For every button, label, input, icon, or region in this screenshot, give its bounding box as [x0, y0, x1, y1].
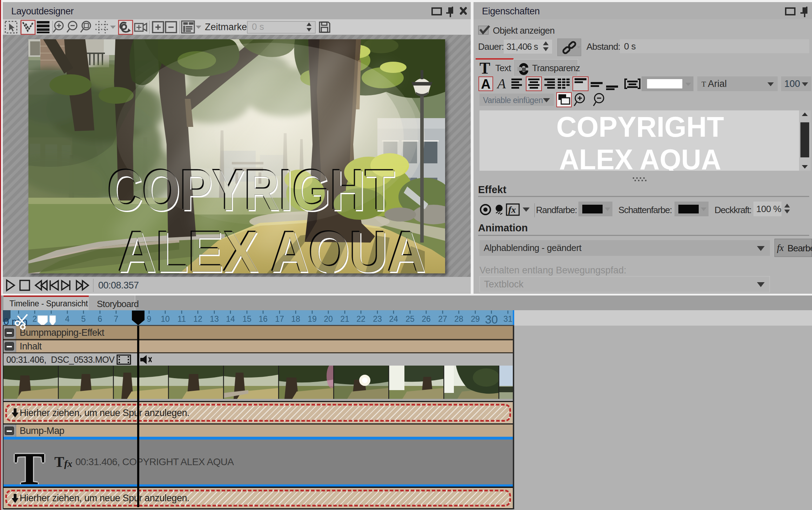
svg-text:14: 14 [226, 314, 235, 324]
svg-text:28: 28 [454, 314, 463, 324]
svg-text:30: 30 [485, 313, 498, 326]
svg-text:21: 21 [340, 314, 349, 324]
svg-text:20: 20 [324, 314, 333, 324]
svg-text:6: 6 [98, 314, 102, 324]
svg-text:T: T [702, 80, 706, 88]
svg-text:22: 22 [356, 314, 365, 324]
svg-text:ALEX AQUA: ALEX AQUA [559, 143, 721, 171]
svg-text:COPYRIGHT: COPYRIGHT [109, 159, 396, 224]
svg-text:9: 9 [147, 314, 152, 324]
svg-text:16: 16 [259, 314, 268, 324]
svg-text:23: 23 [373, 314, 382, 324]
svg-text:12: 12 [193, 314, 202, 324]
svg-text:26: 26 [422, 314, 431, 324]
svg-text:fx: fx [508, 205, 516, 215]
svg-text:0 s: 0 s [252, 21, 264, 32]
svg-text:29: 29 [471, 314, 480, 324]
svg-text:ALEX AQUA: ALEX AQUA [119, 221, 427, 274]
svg-text:10: 10 [161, 314, 170, 324]
svg-text:7: 7 [114, 314, 119, 324]
svg-text:5: 5 [81, 314, 86, 324]
svg-text:00:08.357: 00:08.357 [98, 280, 139, 291]
svg-text:100: 100 [784, 79, 800, 89]
svg-text:13: 13 [210, 314, 219, 324]
svg-text:25: 25 [405, 314, 415, 324]
svg-text:11: 11 [177, 314, 186, 324]
svg-text:24: 24 [389, 314, 398, 324]
svg-text:COPYRIGHT: COPYRIGHT [556, 111, 724, 143]
svg-text:19: 19 [308, 314, 317, 324]
svg-text:31: 31 [503, 314, 512, 324]
svg-text:27: 27 [438, 314, 447, 324]
svg-text:15: 15 [242, 314, 251, 324]
svg-text:Arial: Arial [708, 79, 727, 89]
svg-text:Zeitmarke:: Zeitmarke: [205, 22, 250, 32]
svg-text:4: 4 [65, 314, 70, 324]
svg-text:18: 18 [291, 314, 300, 324]
svg-text:17: 17 [275, 314, 284, 324]
